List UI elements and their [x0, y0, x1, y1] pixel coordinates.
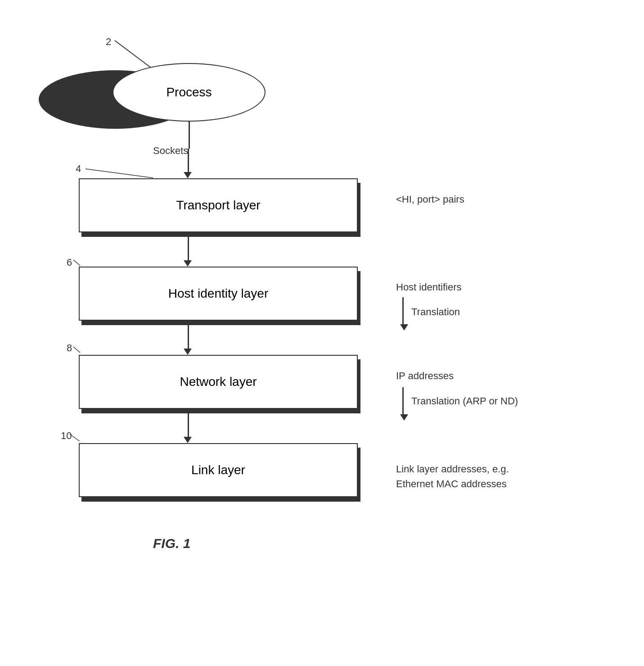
connector-process-sockets	[189, 122, 190, 149]
translation2-arrow: Translation (ARP or ND)	[398, 387, 408, 421]
transport-layer-label: Transport layer	[79, 178, 358, 232]
connector-sockets-transport	[188, 149, 189, 173]
network-layer-label: Network layer	[79, 355, 358, 409]
arrow-to-link	[184, 437, 192, 443]
host-identity-layer-wrapper: Host identity layer	[79, 267, 358, 321]
arrow-to-network	[184, 349, 192, 355]
annotation-host-id: Host identifiers	[396, 281, 462, 293]
svg-line-4	[70, 434, 80, 441]
annotation-link: Link layer addresses, e.g. Ethernet MAC …	[396, 462, 509, 491]
link-layer-wrapper: Link layer	[79, 443, 358, 497]
process-label: Process	[113, 63, 266, 122]
translation1-arrow: Translation	[398, 297, 408, 331]
svg-line-1	[86, 169, 153, 178]
diagram-container: 2 Process Sockets 4 Transport layer <HI,…	[36, 27, 621, 635]
process-ellipse-container: Process	[113, 63, 266, 126]
sockets-label: Sockets	[153, 145, 188, 157]
network-layer-wrapper: Network layer	[79, 355, 358, 409]
svg-line-3	[73, 347, 80, 353]
link-layer-label: Link layer	[79, 443, 358, 497]
ref-4-line	[77, 162, 149, 180]
arrow-to-transport	[184, 172, 192, 178]
annotation-hi-port: <HI, port> pairs	[396, 194, 464, 205]
svg-line-2	[73, 260, 80, 266]
arrow-to-host	[184, 260, 192, 267]
figure-label: FIG. 1	[153, 536, 190, 551]
annotation-ip: IP addresses	[396, 370, 454, 382]
host-identity-layer-label: Host identity layer	[79, 267, 358, 321]
transport-layer-wrapper: Transport layer	[79, 178, 358, 232]
